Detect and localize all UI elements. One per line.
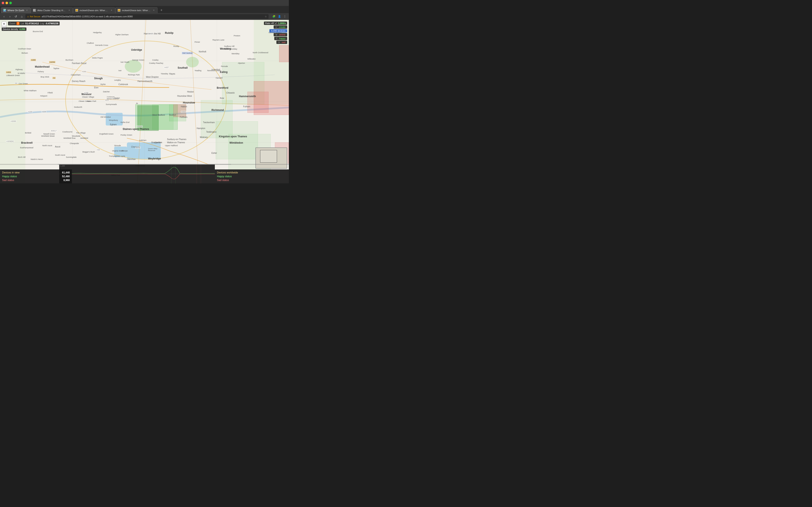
sad-status-left-value: 8,960: [63, 179, 70, 182]
scroll-thumb[interactable]: [58, 164, 231, 165]
happy-status-left-row: Happy status 52,480: [2, 174, 70, 178]
happy-status-left-value: 52,480: [62, 175, 70, 178]
zoom-in-button[interactable]: +: [2, 21, 6, 26]
browser-window: 🌍 Where On Earth × ⚙ Akka Cluster Shardi…: [0, 0, 289, 183]
bottom-stats-left: Devices in view 61,440 Happy status 52,4…: [0, 169, 72, 183]
tab-title-3: mckeeh3/woe-sim: Where On...: [80, 9, 109, 12]
sad-label: sad: [282, 41, 286, 44]
create-key: 'c': [275, 26, 277, 28]
happy-status-right-label: Happy status: [217, 175, 232, 178]
devices-in-view-label: Devices in view: [2, 171, 20, 174]
devices-worldwide-row: Devices worldwide: [217, 171, 287, 174]
delete-control[interactable]: 'd' delete: [273, 33, 287, 36]
title-bar: [0, 0, 289, 6]
sad-status-left-label: Sad status: [2, 179, 14, 182]
home-button[interactable]: ⌂: [19, 14, 24, 19]
sad-key: 's': [278, 41, 280, 44]
device-density-value: 4,096: [19, 28, 26, 31]
menu-icon[interactable]: ⋮: [283, 14, 287, 19]
tab-close-1[interactable]: ×: [26, 9, 28, 12]
traffic-light-fullscreen[interactable]: [9, 2, 12, 4]
rate-label: Rate +R' -r': [265, 22, 277, 24]
extensions-icon[interactable]: 🧩: [271, 14, 276, 19]
lng-label: Lng: [40, 22, 44, 25]
density-overlay-cranbrook: [173, 104, 186, 117]
profile-icon[interactable]: 👤: [277, 14, 282, 19]
zoom-value: 7: [16, 22, 19, 25]
forward-button[interactable]: ›: [8, 14, 12, 19]
density-overlay-heathrow-dark: [138, 105, 159, 131]
tab-favicon-1: 🌍: [3, 9, 6, 12]
new-tab-button[interactable]: +: [158, 7, 164, 13]
delete-label: delete: [279, 34, 286, 36]
rate-control-display: Rate +R' -r' 1,000/s: [264, 21, 287, 25]
lng-value: -0.47965238: [45, 22, 58, 25]
back-button[interactable]: ‹: [2, 14, 6, 19]
happy-status-left-label: Happy status: [2, 175, 17, 178]
bookmark-icon[interactable]: ☆: [265, 15, 267, 18]
scroll-indicator: [0, 164, 289, 165]
tab-woe-sim[interactable]: 🐱 mckeeh3/woe-sim: Where On... ×: [73, 7, 115, 13]
tab-favicon-2: ⚙: [33, 9, 36, 12]
device-density-label: Device density: [3, 28, 18, 31]
chart-svg: [59, 164, 215, 183]
bottom-stats-right: Devices worldwide Happy status Sad statu…: [215, 169, 289, 183]
traffic-light-close[interactable]: [2, 2, 4, 4]
reload-button[interactable]: ↺: [13, 14, 18, 19]
devices-in-view-row: Devices in view 61,440: [2, 171, 70, 174]
sad-status-left-row: Sad status 8,960: [2, 178, 70, 182]
not-secure-label: Not Secure: [30, 15, 40, 18]
density-overlay-hammersmith: [247, 92, 268, 113]
create-label: create: [279, 26, 286, 28]
tab-title-1: Where On Earth: [7, 9, 24, 12]
happy-control[interactable]: 't' happy: [274, 37, 287, 40]
tab-woe-twin[interactable]: 🐱 mckeeh3/woe-twin: Where O... ×: [115, 7, 158, 13]
devices-in-view-value: 61,440: [62, 171, 70, 174]
tab-where-on-earth[interactable]: 🌍 Where On Earth ×: [1, 7, 31, 13]
delete-key: 'd': [275, 34, 277, 36]
density-overlay-upper-right: [279, 45, 289, 62]
tab-title-4: mckeeh3/woe-twin: Where O...: [122, 9, 151, 12]
top-right-controls: Rate +R' -r' 1,000/s 'c' create 4,096 de…: [264, 21, 287, 44]
coordinate-display: Zoom 7 Lat 51.47361412 Lng -0.47965238: [8, 21, 60, 25]
happy-status-right-row: Happy status: [217, 174, 287, 178]
minimap-viewport: [260, 150, 277, 163]
browser-toolbar-icons: 🧩 👤 ⋮: [271, 14, 287, 19]
url-text: a91076d00ad1f4342befdaf380dc6850-1105511…: [42, 15, 264, 18]
devices-worldwide-label: Devices worldwide: [217, 171, 238, 174]
rate-value: 1,000/s: [278, 22, 286, 24]
sad-control[interactable]: 's' sad: [276, 41, 287, 44]
create-control[interactable]: 'c' create: [273, 25, 287, 29]
tab-favicon-3: 🐱: [75, 9, 78, 12]
tab-close-3[interactable]: ×: [110, 9, 113, 12]
minimap: [255, 148, 287, 169]
tab-title-2: Akka Cluster Sharding Viewer: [37, 9, 66, 12]
happy-key: 't': [276, 37, 277, 40]
zoom-label: Zoom: [9, 22, 15, 25]
address-input-container[interactable]: ⚠ Not Secure a91076d00ad1f4342befdaf380d…: [26, 14, 268, 19]
map-container[interactable]: Ruislip Uxbridge Southall Ealing Northol…: [0, 20, 289, 183]
device-count-display: 4,096 devices: [269, 29, 287, 33]
happy-label: happy: [279, 37, 286, 40]
bottom-chart: 1,100 -700: [59, 164, 215, 183]
tab-close-4[interactable]: ×: [152, 9, 155, 12]
not-secure-icon: ⚠: [27, 15, 29, 18]
traffic-light-minimize[interactable]: [5, 2, 8, 4]
address-bar: ‹ › ↺ ⌂ ⚠ Not Secure a91076d00ad1f4342be…: [0, 13, 289, 20]
sad-status-right-row: Sad status: [217, 178, 287, 182]
tab-close-2[interactable]: ×: [68, 9, 70, 12]
tab-favicon-4: 🐱: [117, 9, 120, 12]
device-density-display: Device density 4,096: [2, 27, 27, 31]
lat-label: Lat: [21, 22, 24, 25]
tab-akka[interactable]: ⚙ Akka Cluster Sharding Viewer ×: [31, 7, 73, 13]
tabs-bar: 🌍 Where On Earth × ⚙ Akka Cluster Shardi…: [0, 6, 289, 13]
device-count: 4,096 devices: [271, 30, 286, 32]
sad-status-right-label: Sad status: [217, 179, 229, 182]
lat-value: 51.47361412: [26, 22, 39, 25]
